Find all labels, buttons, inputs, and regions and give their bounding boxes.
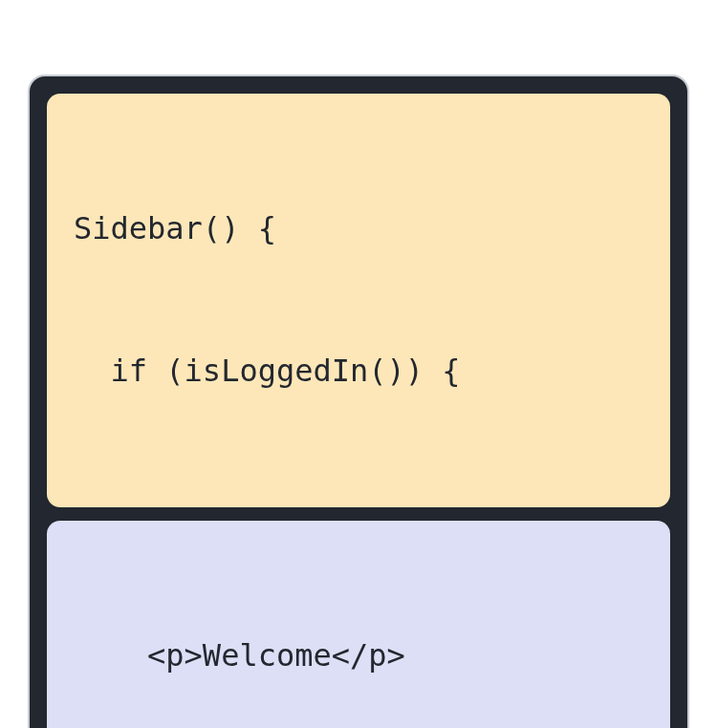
code-line: <p>Welcome</p> xyxy=(74,632,643,680)
code-block-jsx-welcome: <p>Welcome</p> xyxy=(47,521,670,728)
code-line: Sidebar() { xyxy=(74,205,643,253)
code-block-js-header: Sidebar() { if (isLoggedIn()) { xyxy=(47,94,670,507)
code-line: if (isLoggedIn()) { xyxy=(74,348,643,396)
code-diagram: Sidebar() { if (isLoggedIn()) { <p>Welco… xyxy=(28,75,689,728)
